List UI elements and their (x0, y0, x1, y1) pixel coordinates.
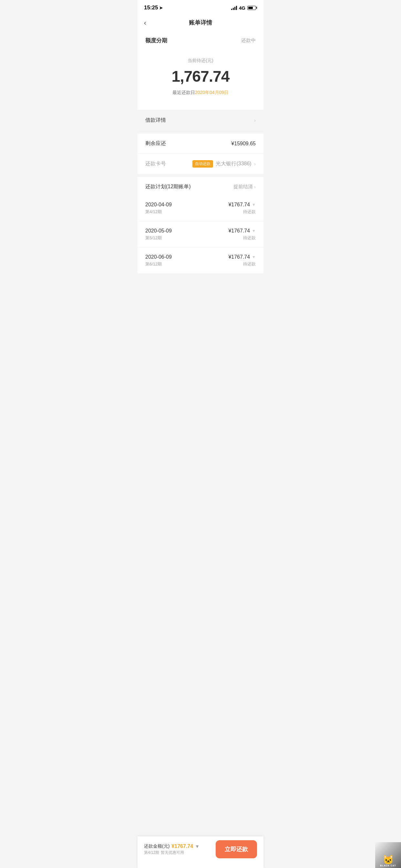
card-value: 光大银行(3386) (216, 160, 251, 167)
card-right: 自动还款 光大银行(3386) › (192, 160, 256, 167)
remaining-value: ¥15909.65 (231, 141, 256, 147)
payment-item-3: 2020-06-09 第6/12期 ¥1767.74 ▼ 待还款 (137, 248, 264, 274)
payment-date-3: 2020-06-09 (145, 254, 172, 260)
remaining-label: 剩余应还 (145, 140, 166, 147)
payment-amount-3: ¥1767.74 ▼ (228, 254, 256, 260)
loan-detail-item[interactable]: 借款详情 › (137, 110, 264, 131)
bill-type: 额度分期 (145, 37, 167, 44)
signal-icon (231, 5, 237, 10)
time-display: 15:25 (144, 4, 158, 11)
payment-right-1: ¥1767.74 ▼ 待还款 (228, 202, 256, 215)
loan-detail-label: 借款详情 (145, 117, 166, 124)
bill-status: 还款中 (241, 37, 256, 43)
payment-amount-2: ¥1767.74 ▼ (228, 228, 256, 234)
payment-period-3: 第6/12期 (145, 261, 172, 267)
due-date-label: 最近还款日 (173, 90, 195, 95)
payment-left-1: 2020-04-09 第4/12期 (145, 202, 172, 215)
payment-right-2: ¥1767.74 ▼ 待还款 (228, 228, 256, 241)
remaining-amount-item: 剩余应还 ¥15909.65 (137, 134, 264, 154)
status-time: 15:25 ➤ (144, 4, 163, 11)
header-row: 额度分期 还款中 (145, 37, 256, 44)
payment-date-1: 2020-04-09 (145, 202, 172, 208)
dropdown-arrow-3: ▼ (252, 255, 256, 259)
payment-amount-1: ¥1767.74 ▼ (228, 202, 256, 208)
auto-badge: 自动还款 (192, 160, 213, 167)
card-chevron: › (254, 161, 256, 167)
network-label: 4G (239, 5, 245, 11)
plan-title: 还款计划(12期账单) (145, 183, 190, 190)
payment-right-3: ¥1767.74 ▼ 待还款 (228, 254, 256, 267)
page-title: 账单详情 (189, 19, 212, 27)
dropdown-arrow-1: ▼ (252, 203, 256, 207)
payment-date-2: 2020-05-09 (145, 228, 172, 234)
amount-value: 1,767.74 (145, 67, 256, 85)
plan-header: 还款计划(12期账单) 提前结清 › (137, 177, 264, 195)
due-date-value: 2020年04月09日 (195, 90, 228, 95)
payment-status-3: 待还款 (228, 261, 256, 267)
status-icons: 4G (231, 5, 257, 11)
status-bar: 15:25 ➤ 4G (137, 0, 264, 13)
section-divider-2 (137, 175, 264, 177)
amount-section: 当前待还(元) 1,767.74 最近还款日2020年04月09日 (145, 55, 256, 103)
due-date: 最近还款日2020年04月09日 (145, 90, 256, 96)
payment-left-3: 2020-06-09 第6/12期 (145, 254, 172, 267)
payment-status-2: 待还款 (228, 235, 256, 241)
payment-row-2: 2020-05-09 第5/12期 ¥1767.74 ▼ 待还款 (145, 228, 256, 241)
payment-item-2: 2020-05-09 第5/12期 ¥1767.74 ▼ 待还款 (137, 221, 264, 248)
info-section: 剩余应还 ¥15909.65 还款卡号 自动还款 光大银行(3386) › (137, 134, 264, 175)
loan-detail-chevron: › (254, 118, 256, 123)
location-icon: ➤ (159, 5, 163, 10)
payment-status-1: 待还款 (228, 209, 256, 215)
payment-item-1: 2020-04-09 第4/12期 ¥1767.74 ▼ 待还款 (137, 195, 264, 221)
payment-row-1: 2020-04-09 第4/12期 ¥1767.74 ▼ 待还款 (145, 202, 256, 215)
back-button[interactable]: ‹ (144, 19, 146, 27)
section-divider-1 (137, 131, 264, 134)
payment-row-3: 2020-06-09 第6/12期 ¥1767.74 ▼ 待还款 (145, 254, 256, 267)
payment-left-2: 2020-05-09 第5/12期 (145, 228, 172, 241)
battery-icon (247, 6, 257, 10)
repay-card-item[interactable]: 还款卡号 自动还款 光大银行(3386) › (137, 154, 264, 175)
payment-period-1: 第4/12期 (145, 209, 172, 215)
early-settlement-action[interactable]: 提前结清 › (234, 184, 256, 190)
early-settlement-chevron: › (254, 184, 256, 190)
nav-bar: ‹ 账单详情 (137, 13, 264, 32)
payment-period-2: 第5/12期 (145, 235, 172, 241)
amount-label: 当前待还(元) (145, 58, 256, 64)
early-settlement-label: 提前结清 (234, 184, 253, 190)
dropdown-arrow-2: ▼ (252, 228, 256, 233)
card-label: 还款卡号 (145, 160, 166, 167)
plan-section: 还款计划(12期账单) 提前结清 › 2020-04-09 第4/12期 ¥17… (137, 177, 264, 274)
header-section: 额度分期 还款中 当前待还(元) 1,767.74 最近还款日2020年04月0… (137, 32, 264, 110)
